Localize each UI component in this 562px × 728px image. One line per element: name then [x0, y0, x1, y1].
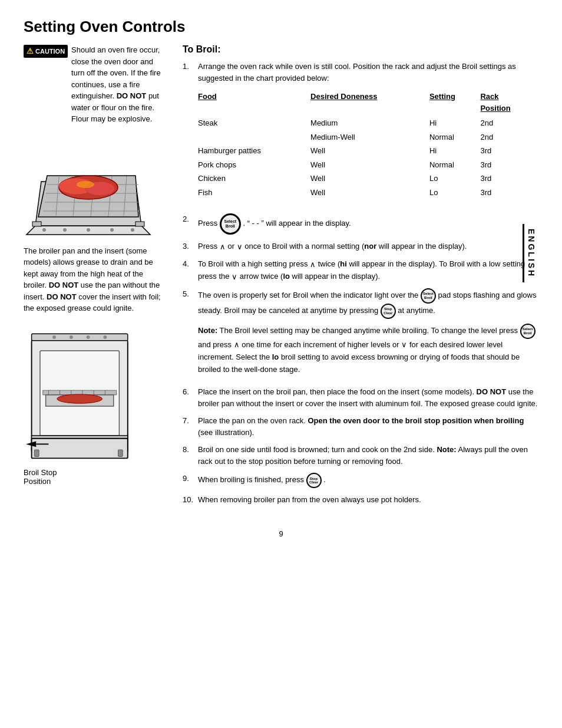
caution-text: Should an oven fire occur, close the ove… — [71, 44, 165, 125]
svg-rect-16 — [32, 222, 41, 226]
svg-rect-35 — [32, 438, 128, 458]
down-arrow-icon-step4: ∨ — [232, 272, 237, 281]
svg-point-43 — [87, 335, 90, 339]
stop-clear-button-step5: StopClear — [381, 304, 396, 319]
table-row: Pork chopsWellNormal3rd — [198, 158, 538, 172]
step-6: 6. Place the insert on the broil pan, th… — [183, 386, 538, 409]
svg-rect-17 — [135, 222, 144, 226]
col-food: Food — [198, 90, 310, 116]
broiler-pan-image — [24, 134, 153, 243]
step-3: 3. Press ∧ or ∨ once to Broil with a nor… — [183, 241, 538, 252]
svg-point-19 — [63, 228, 67, 232]
step-9: 9. When broiling is finished, press Stop… — [183, 473, 538, 488]
step-5: 5. The oven is properly set for Broil wh… — [183, 288, 538, 381]
svg-point-41 — [52, 335, 56, 339]
svg-marker-38 — [26, 441, 36, 447]
svg-rect-37 — [118, 450, 123, 457]
step-7: 7. Place the pan on the oven rack. Open … — [183, 415, 538, 438]
step-4: 4. To Broil with a high setting press ∧ … — [183, 258, 538, 282]
svg-point-34 — [57, 394, 103, 403]
svg-rect-40 — [32, 334, 128, 341]
table-row: Hamburger pattiesWellHi3rd — [198, 144, 538, 158]
note-step5: Note: The Broil level setting may be cha… — [198, 324, 538, 376]
broil-chart-table: Food Desired Doneness Setting RackPositi… — [198, 90, 538, 199]
step-8: 8. Broil on one side until food is brown… — [183, 444, 538, 467]
caution-triangle-icon: ⚠ — [27, 45, 34, 57]
table-row: ChickenWellLo3rd — [198, 172, 538, 186]
caution-badge: ⚠ CAUTION — [24, 45, 68, 58]
broiler-pan-caption: The broiler pan and the insert (some mod… — [24, 245, 165, 314]
svg-point-22 — [131, 228, 134, 232]
svg-rect-36 — [34, 450, 39, 457]
stop-clear-button-step9: StopClear — [306, 473, 322, 488]
step-2: 2. Press SelectBroil . “ - - ” will appe… — [183, 213, 538, 235]
step-1: 1. Arrange the oven rack while oven is s… — [183, 61, 538, 207]
step-10: 10. When removing broiler pan from the o… — [183, 494, 538, 506]
to-broil-title: To Broil: — [183, 44, 538, 55]
table-row: Medium-WellNormal2nd — [198, 130, 538, 144]
page-title: Setting Oven Controls — [24, 18, 538, 36]
caution-section: ⚠ CAUTION Should an oven fire occur, clo… — [24, 44, 165, 125]
select-broil-button-step2: SelectBroil — [220, 213, 241, 235]
english-label: ENGLISH — [523, 224, 538, 282]
col-rack: RackPosition — [480, 90, 538, 116]
select-broil-button-step5: SelectBroil — [421, 288, 436, 304]
down-arrow-icon-step3: ∨ — [237, 242, 243, 251]
col-setting: Setting — [429, 90, 481, 116]
svg-point-42 — [70, 335, 73, 339]
up-arrow-icon-step3: ∧ — [220, 242, 226, 251]
up-arrow-icon-step4: ∧ — [310, 260, 316, 269]
table-row: FishWellLo3rd — [198, 186, 538, 200]
broiler-stop-image — [24, 322, 141, 464]
svg-point-44 — [104, 335, 107, 339]
down-arrow-icon-note: ∨ — [401, 340, 407, 349]
svg-point-21 — [110, 228, 114, 232]
select-broil-button-note: SelectBroil — [520, 324, 535, 339]
svg-point-15 — [77, 181, 94, 188]
svg-point-18 — [42, 228, 46, 232]
table-row: SteakMediumHi2nd — [198, 116, 538, 130]
col-doneness: Desired Doneness — [310, 90, 429, 116]
page-number: 9 — [24, 529, 538, 538]
svg-point-20 — [87, 228, 90, 232]
up-arrow-icon-note: ∧ — [234, 340, 240, 349]
broil-stop-label: Broil StopPosition — [24, 468, 165, 486]
